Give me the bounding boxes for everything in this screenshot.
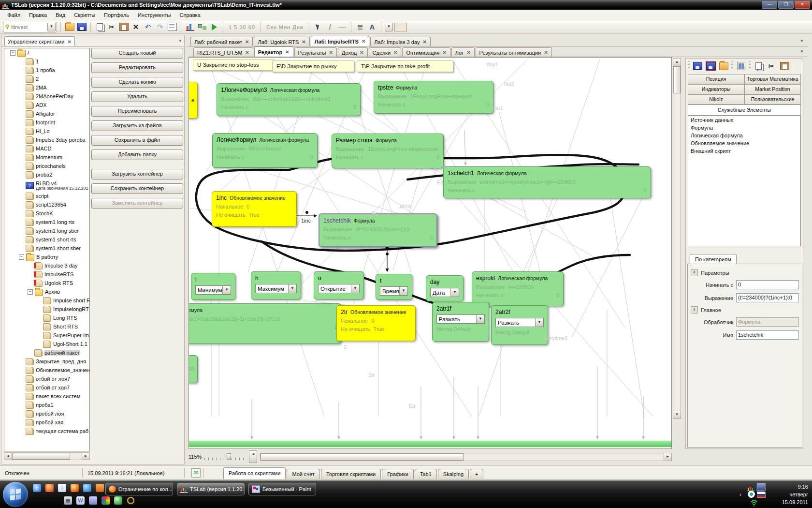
action-button-сделать-копию[interactable]: Сделать копию	[91, 77, 183, 88]
scroll-thumb[interactable]	[261, 453, 464, 461]
element-item-обновляемое-значение[interactable]: Обновляемое значение	[688, 140, 800, 148]
block-combo[interactable]: Открытие▼	[318, 284, 360, 293]
start-button[interactable]	[3, 482, 28, 507]
tree-item[interactable]: отбой от лоя7	[4, 374, 89, 383]
paste-button[interactable]	[779, 60, 790, 71]
canvas-note[interactable]: U Закрытие по stop-loss	[193, 59, 274, 71]
workspace-tab-мой-счет[interactable]: Мой счет	[287, 469, 320, 479]
action-button-редактировать[interactable]: Редактировать	[91, 62, 183, 73]
tree-item[interactable]: пакет всех систем	[4, 392, 89, 401]
tree-item[interactable]: pricechanels	[4, 162, 89, 170]
element-item-внешний-скрипт[interactable]: Внешний скрипт	[688, 148, 800, 156]
canvas-block-1ЛогичеФормул3[interactable]: 1ЛогичеФормул3Логическая формулаВыражени…	[217, 83, 361, 116]
open-button[interactable]	[718, 60, 729, 71]
tab-торговая-математика[interactable]: Торговая Математика	[744, 74, 801, 84]
action-button-создать-новый[interactable]: Создать новый	[91, 48, 183, 59]
chevron-down-icon[interactable]: ▼	[476, 315, 484, 323]
chrome-icon[interactable]	[102, 496, 110, 505]
element-item-формула[interactable]: Формула	[688, 125, 800, 133]
lab-tab-лаб:-ugolok-rts[interactable]: Лаб: Ugolok RTS✕	[254, 37, 309, 46]
block-combo[interactable]: Минимум▼	[195, 285, 231, 295]
tree-item[interactable]: system1 long rts	[4, 218, 89, 226]
minimize-button[interactable]: —	[762, 1, 777, 9]
canvas-block-2tr[interactable]: 2trОбновляемое значениеНачальное0Не очищ…	[336, 305, 416, 341]
block-combo[interactable]: Дата▼	[430, 288, 459, 297]
editor-tab-результаты[interactable]: Результаты✕	[294, 47, 337, 57]
close-button[interactable]: ✕	[795, 1, 810, 9]
account-combo[interactable]: ⚲ itinvest ▼	[3, 22, 57, 32]
maximize-button[interactable]: ❐	[778, 1, 794, 9]
workspace-tab-торговля-скриптами[interactable]: Торговля скриптами	[321, 469, 381, 479]
tree-item[interactable]: SuperPuper-im	[4, 331, 89, 340]
scroll-thumb[interactable]	[673, 66, 681, 93]
color-swatch[interactable]	[394, 23, 407, 31]
canvas-block-exprofit[interactable]: exprofitЛогическая формулаВыражениеt==23…	[472, 271, 564, 306]
tab-script-manager[interactable]: Управление скриптами ✕	[4, 36, 75, 46]
close-tab-icon[interactable]: ✕	[393, 50, 397, 55]
workspace-tab-skalping[interactable]: Skalping	[438, 469, 469, 479]
taskbar-window-3[interactable]: Безымянный - Paint	[248, 483, 316, 495]
close-tab-icon[interactable]: ✕	[360, 50, 363, 55]
zoom-slider-thumb[interactable]	[227, 453, 231, 460]
menu-item-Вид[interactable]: Вид	[51, 11, 70, 19]
ie-icon[interactable]: e	[33, 484, 41, 492]
canvas-block-fragment[interactable]: e	[188, 82, 198, 119]
tree-item[interactable]: Ri BD v4Дата окончания 15.12.201	[4, 179, 89, 192]
menu-item-Портфель[interactable]: Портфель	[100, 11, 133, 19]
tree-item[interactable]: 2MA	[4, 83, 89, 92]
scroll-right-icon[interactable]: ►	[82, 453, 89, 460]
expander-icon[interactable]: −	[28, 289, 33, 295]
scroll-left-icon[interactable]: ◄	[4, 453, 12, 460]
pointer-tool-button[interactable]	[313, 22, 323, 32]
chevron-up-icon[interactable]: ∧	[691, 269, 698, 276]
property-input-выражение[interactable]: (t!=234000)?(1inc+1):0	[736, 293, 799, 302]
timeframe-units[interactable]: Сек Мин Дни	[266, 24, 304, 30]
word-icon[interactable]: W	[76, 496, 85, 505]
tray-expand-icon[interactable]: ‹	[740, 492, 744, 498]
menu-item-Справка[interactable]: Справка	[175, 11, 205, 19]
copy-button[interactable]	[94, 22, 105, 32]
tree-item[interactable]: system1 short sber	[4, 244, 89, 253]
tab-nikolz[interactable]: Nikolz	[688, 94, 744, 105]
close-icon[interactable]: ✕	[67, 39, 71, 45]
editor-tab-riz1:rts_fut:5m[interactable]: RIZ1:RTS_FUT:5M✕	[193, 47, 253, 57]
section-header[interactable]: ∧Параметры	[691, 269, 799, 276]
lab-tab-лаб:-рабочий-пакет[interactable]: Лаб: рабочий пакет✕	[190, 37, 253, 46]
canvas-block-unnamed[interactable]: ФормулаВыражение2atr1f>2atr2f&&2atr1f[i-…	[188, 303, 341, 344]
tree-item[interactable]: Ugolok RTS	[4, 279, 89, 287]
workspace-tab-графики[interactable]: Графики	[382, 469, 414, 479]
list-tool-button[interactable]: ≣	[355, 22, 365, 32]
tree-item[interactable]: Impulse 3day poroba	[4, 135, 89, 144]
tree-horizontal-scrollbar[interactable]: ◄ ►	[4, 452, 90, 460]
close-tab-icon[interactable]: ✕	[466, 50, 470, 55]
tab-market-position[interactable]: Market Position	[744, 84, 801, 94]
action-button-загрузить-контейнер[interactable]: Загрузить контейнер	[91, 169, 183, 179]
chevron-down-icon[interactable]: ▼	[222, 286, 231, 294]
chevron-down-icon[interactable]: ▼	[47, 23, 56, 31]
tree-item[interactable]: Закрытие_пред_дня	[4, 357, 89, 366]
expander-icon[interactable]: −	[19, 254, 24, 260]
zoom-slider[interactable]	[204, 453, 246, 460]
tree-item[interactable]: ImpulseRTS	[4, 270, 89, 279]
tree-item[interactable]: пробой хая	[4, 418, 89, 427]
script-editor-button[interactable]	[197, 22, 207, 32]
canvas-block-2atr1f[interactable]: 2atr1fРазжать▼Метод Default	[432, 302, 489, 342]
canvas-block-tpsize[interactable]: tpsizeФормулаВыражение1EntryLongPrice+ta…	[374, 81, 493, 114]
editor-tab-доход[interactable]: Доход✕	[338, 47, 368, 57]
close-tab-icon[interactable]: ✕	[544, 50, 548, 55]
canvas-block-o[interactable]: oОткрытие▼	[314, 271, 364, 299]
tree-item[interactable]: StochK	[4, 209, 89, 218]
tray-language-flag-icon[interactable]	[757, 492, 766, 498]
workspace-tab-+[interactable]: +	[470, 469, 483, 479]
editor-tab-оптимизация[interactable]: Оптимизация✕	[402, 47, 450, 57]
tray-chart-icon[interactable]	[747, 484, 755, 491]
canvas-note[interactable]: T\P Закрытие по take-profit	[357, 60, 453, 72]
flash-icon[interactable]	[45, 484, 54, 492]
canvas-block-day[interactable]: dayДата▼	[426, 275, 464, 301]
tree-item[interactable]: MACD	[4, 144, 89, 153]
chevron-down-icon[interactable]: ▼	[399, 287, 407, 295]
tree-item[interactable]: 1 проба	[4, 66, 89, 75]
block-combo[interactable]: Разжать▼	[495, 318, 544, 327]
tree-item[interactable]: ImpulselongRT	[4, 305, 89, 314]
block-combo[interactable]: Максимум▼	[255, 284, 297, 293]
